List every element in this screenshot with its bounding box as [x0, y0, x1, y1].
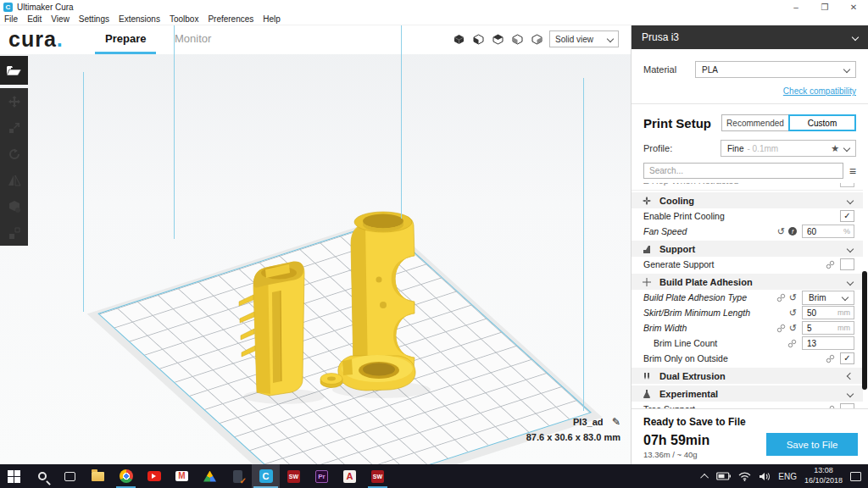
- per-model-settings-button[interactable]: [0, 193, 28, 219]
- generate-support-checkbox[interactable]: [840, 258, 854, 270]
- mirror-icon: [8, 174, 21, 187]
- section-build-plate-adhesion[interactable]: Build Plate Adhesion: [632, 274, 863, 290]
- front-view-icon[interactable]: [471, 32, 486, 47]
- cura-taskbar-button[interactable]: C: [252, 464, 280, 488]
- maximize-button[interactable]: ❐: [810, 0, 839, 14]
- youtube-button[interactable]: [140, 464, 168, 488]
- 3d-view-icon[interactable]: [452, 32, 466, 47]
- move-tool-button[interactable]: [0, 88, 28, 114]
- support-icon: [642, 244, 652, 254]
- hidden-icons-chevron[interactable]: [700, 473, 709, 481]
- formula-icon[interactable]: f: [788, 227, 797, 236]
- solidworks2-button[interactable]: SW: [364, 464, 392, 488]
- chrome-button[interactable]: [112, 464, 140, 488]
- clock[interactable]: 13:08 16/10/2018: [804, 466, 843, 485]
- star-icon[interactable]: ★: [831, 143, 839, 154]
- tab-prepare[interactable]: Prepare: [95, 32, 156, 54]
- gmail-button[interactable]: M: [168, 464, 196, 488]
- battery-icon[interactable]: [716, 472, 731, 480]
- machine-selector[interactable]: Prusa i3: [632, 25, 868, 49]
- recommended-mode-button[interactable]: Recommended: [721, 114, 789, 131]
- fan-speed-input[interactable]: [803, 227, 837, 236]
- view-mode-select[interactable]: Solid view: [549, 30, 619, 47]
- left-view-icon[interactable]: [510, 32, 525, 47]
- revert-icon[interactable]: ↺: [789, 324, 797, 333]
- premiere-button[interactable]: Pr: [308, 464, 336, 488]
- close-button[interactable]: ✕: [839, 0, 868, 14]
- mirror-tool-button[interactable]: [0, 167, 28, 193]
- file-explorer-button[interactable]: [84, 464, 112, 488]
- action-center-icon[interactable]: [850, 472, 861, 481]
- section-cooling[interactable]: Cooling: [632, 192, 863, 208]
- top-view-icon[interactable]: [491, 32, 505, 47]
- machine-name: Prusa i3: [642, 31, 679, 43]
- start-button[interactable]: [0, 464, 28, 488]
- menu-toolbox[interactable]: Toolbox: [170, 14, 198, 24]
- chevron-left-icon[interactable]: [847, 372, 854, 379]
- chevron-down-icon[interactable]: [847, 197, 854, 203]
- taskbar-search-button[interactable]: [28, 464, 56, 488]
- speaker-icon[interactable]: [759, 472, 771, 481]
- chevron-down-icon[interactable]: [847, 245, 854, 252]
- scale-tool-button[interactable]: [0, 114, 28, 141]
- link-icon[interactable]: [776, 324, 786, 333]
- menu-preferences[interactable]: Preferences: [208, 14, 253, 24]
- premiere-icon: Pr: [315, 470, 328, 483]
- printed-models[interactable]: [0, 25, 631, 464]
- menu-settings[interactable]: Settings: [79, 14, 109, 24]
- viewport-3d[interactable]: cura. Prepare Monitor: [0, 25, 631, 464]
- settings-filter-menu-icon[interactable]: ≡: [849, 165, 856, 177]
- save-to-file-button[interactable]: Save to File: [766, 433, 858, 456]
- revert-icon[interactable]: ↺: [777, 227, 785, 236]
- link-icon[interactable]: [826, 354, 835, 363]
- minimize-button[interactable]: –: [782, 0, 810, 14]
- setting-row-zhop-cutoff[interactable]: Z Hop When Retracted: [632, 183, 863, 191]
- section-experimental[interactable]: Experimental: [632, 385, 863, 402]
- brim-only-outside-checkbox[interactable]: ✓: [840, 352, 854, 364]
- wifi-icon[interactable]: [738, 472, 751, 481]
- model-dimensions: 87.6 x 30.6 x 83.0 mm: [526, 432, 620, 442]
- rotate-tool-button[interactable]: [0, 141, 28, 167]
- profile-select[interactable]: Fine- 0.1mm ★: [721, 140, 856, 157]
- link-icon[interactable]: [826, 260, 835, 269]
- skirt-brim-min-length-input[interactable]: [803, 308, 837, 318]
- chevron-down-icon[interactable]: [847, 278, 854, 285]
- right-view-icon[interactable]: [530, 32, 544, 47]
- link-icon[interactable]: [787, 339, 797, 348]
- model-small-disc: [320, 374, 342, 388]
- tab-monitor[interactable]: Monitor: [170, 32, 216, 52]
- server-app-button[interactable]: [224, 464, 252, 488]
- autocad-button[interactable]: A: [336, 464, 364, 488]
- check-compatibility-link[interactable]: Check compatibility: [783, 86, 856, 96]
- section-support[interactable]: Support: [632, 241, 863, 257]
- link-icon[interactable]: [776, 293, 786, 302]
- menu-view[interactable]: View: [51, 14, 70, 24]
- settings-search-input[interactable]: [643, 163, 843, 179]
- menu-edit[interactable]: Edit: [27, 14, 42, 24]
- task-view-button[interactable]: [56, 464, 84, 488]
- brim-width-input[interactable]: [803, 324, 837, 333]
- settings-scrollbar[interactable]: [862, 271, 867, 390]
- divider: [632, 103, 868, 104]
- menu-extensions[interactable]: Extensions: [119, 14, 160, 24]
- solidworks-button[interactable]: SW: [280, 464, 308, 488]
- language-indicator[interactable]: ENG: [778, 472, 797, 481]
- open-folder-icon: [6, 64, 22, 77]
- open-file-button[interactable]: [0, 56, 28, 85]
- adhesion-type-select[interactable]: Brim: [802, 291, 854, 305]
- material-select[interactable]: PLA: [695, 61, 856, 78]
- revert-icon[interactable]: ↺: [789, 293, 797, 302]
- custom-mode-button[interactable]: Custom: [788, 114, 856, 131]
- enable-print-cooling-checkbox[interactable]: ✓: [840, 210, 854, 222]
- menu-file[interactable]: File: [4, 14, 18, 24]
- brim-line-count-input[interactable]: [803, 339, 837, 348]
- section-dual-extrusion[interactable]: Dual Extrusion: [632, 368, 863, 384]
- support-blocker-button[interactable]: [0, 219, 28, 246]
- chevron-down-icon[interactable]: [847, 390, 854, 396]
- build-volume-edge: [83, 72, 84, 312]
- windows-logo-icon: [8, 470, 20, 483]
- google-drive-button[interactable]: [196, 464, 224, 488]
- rename-pencil-icon[interactable]: ✎: [612, 416, 620, 428]
- revert-icon[interactable]: ↺: [789, 308, 797, 318]
- menu-help[interactable]: Help: [263, 14, 281, 24]
